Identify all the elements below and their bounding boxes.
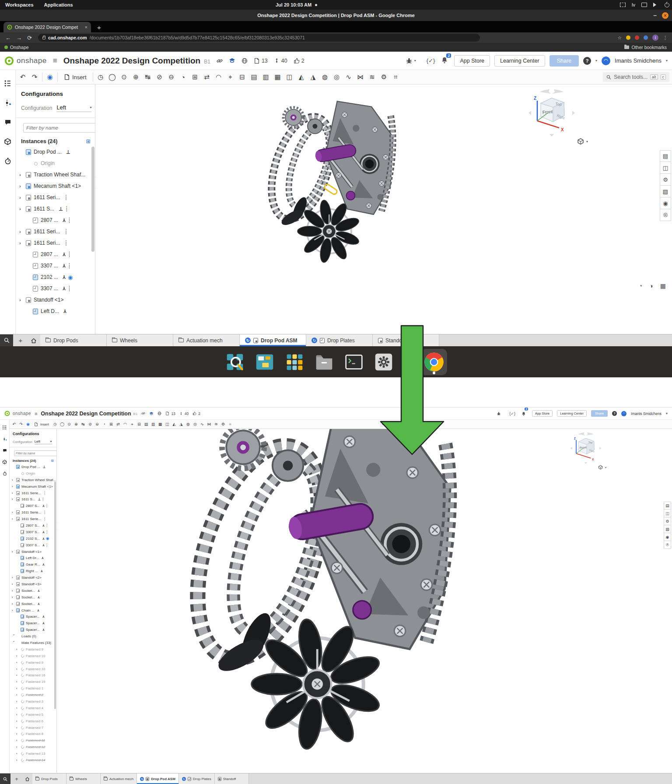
- element-tab[interactable]: ↻ Actuation mech: [101, 773, 137, 784]
- document-menu-icon[interactable]: ≡: [53, 56, 57, 65]
- tree-item[interactable]: › 1611 S... ⊥ Y ┊ ◉: [10, 496, 56, 503]
- toolbar-icon[interactable]: ⊟: [238, 73, 247, 81]
- public-icon[interactable]: [242, 58, 248, 64]
- viewport-tool-button[interactable]: ▧: [664, 525, 671, 533]
- tree-item[interactable]: › 2102 S... ⊥ Y ┊ ◉: [10, 535, 56, 542]
- power-icon[interactable]: [665, 3, 669, 7]
- likes-indicator[interactable]: 2: [192, 411, 200, 416]
- profile-avatar[interactable]: I: [652, 35, 658, 41]
- viewport-tool-button[interactable]: ▧: [660, 186, 671, 197]
- toolbar-icon[interactable]: ◯: [108, 73, 117, 81]
- expand-chevron-icon[interactable]: ›: [16, 687, 20, 690]
- element-tab[interactable]: ↻ Drop Plates: [306, 334, 373, 346]
- public-icon[interactable]: [158, 411, 161, 415]
- expand-chevron-icon[interactable]: ›: [12, 589, 16, 592]
- expand-chevron-icon[interactable]: ›: [12, 634, 15, 638]
- tree-item[interactable]: › Fastened 8 ⊥ Y ┊ ◉: [10, 731, 56, 738]
- tree-item[interactable]: › Standoff <1> ⊥ Y ┊ ◉: [16, 294, 95, 306]
- element-tab[interactable]: ↻ Drop Pod ASM: [137, 773, 179, 784]
- tree-item[interactable]: › Fastened 12 ⊥ Y ┊ ◉: [10, 744, 56, 750]
- minimize-button[interactable]: –: [653, 12, 657, 19]
- expand-chevron-icon[interactable]: ›: [16, 668, 20, 671]
- close-button[interactable]: ×: [662, 12, 668, 19]
- learning-icon[interactable]: [149, 411, 154, 416]
- view-setting-icon[interactable]: ◔: [639, 282, 642, 289]
- tree-item[interactable]: › 1611 Serie... ⊥ Y ┊ ◉: [10, 490, 56, 496]
- system-menu[interactable]: Workspaces: [0, 0, 39, 10]
- toolbar-icon[interactable]: ◭: [297, 73, 306, 81]
- viewport-tool-button[interactable]: ⚙: [664, 517, 671, 525]
- drop-pod-model[interactable]: [127, 429, 491, 756]
- tree-item[interactable]: › 1611 S... ⊥ Y ┊ ◉: [16, 203, 95, 214]
- view-setting-icon[interactable]: ◑: [649, 282, 653, 289]
- copies-indicator[interactable]: 13: [165, 411, 175, 416]
- element-tab[interactable]: ↻ Drop Pods: [32, 773, 66, 784]
- tree-scrollbar[interactable]: [54, 482, 56, 709]
- url-field[interactable]: cad.onshape.com/documents/1b703af18ebe36…: [38, 34, 480, 42]
- configurations-panel-icon[interactable]: [2, 460, 7, 464]
- report-bug-icon[interactable]: ▾: [406, 57, 416, 64]
- toolbar-icon[interactable]: ↹: [144, 73, 152, 81]
- versions-indicator[interactable]: 40: [179, 411, 189, 416]
- viewport-tool-button[interactable]: ◉: [660, 197, 671, 209]
- expand-chevron-icon[interactable]: ›: [19, 297, 25, 302]
- version-label[interactable]: B1: [204, 59, 210, 65]
- toolbar-icon[interactable]: ↹: [80, 422, 86, 426]
- toolbar-icon[interactable]: ⊞: [108, 422, 114, 426]
- extension-icon[interactable]: [644, 35, 648, 40]
- view-cube[interactable]: [570, 431, 602, 466]
- tree-item[interactable]: › Mecanum Shaft <1> ⊥ Y ┊ ◉: [16, 180, 95, 192]
- toolbar-icon[interactable]: ≋: [368, 73, 377, 81]
- toolbar-icon[interactable]: ◮: [309, 73, 318, 81]
- mate-connector-panel-icon[interactable]: [4, 99, 11, 106]
- copies-indicator[interactable]: 13: [254, 58, 268, 64]
- element-tab[interactable]: ↻ Wheels: [66, 773, 101, 784]
- comments-panel-icon[interactable]: [4, 119, 11, 126]
- viewport-tool-button[interactable]: ▤: [664, 502, 671, 510]
- version-label[interactable]: B1: [133, 412, 138, 416]
- help-caret-icon[interactable]: ▾: [595, 59, 597, 63]
- toolbar-icon[interactable]: ⌖: [130, 422, 135, 427]
- tree-item[interactable]: › 2807 ... ⊥ Y ┊ ◉: [16, 249, 95, 260]
- tree-item[interactable]: › 3307 S... ⊥ Y ┊ ◉: [10, 542, 56, 548]
- configuration-select[interactable]: Left▾: [56, 104, 91, 112]
- toolbar-icon[interactable]: ◠: [214, 73, 223, 81]
- tree-item[interactable]: › 1611 Serie... ⊥ Y ┊ ◉: [10, 516, 56, 522]
- tree-item[interactable]: › 1611 Seri... ⊥ Y ┊ ◉: [16, 226, 95, 237]
- browser-tab[interactable]: Onshape 2022 Design Compet ×: [4, 22, 91, 32]
- toolbar-icon[interactable]: ▥: [262, 73, 270, 81]
- view-cube[interactable]: [528, 87, 576, 139]
- notifications-bell-icon[interactable]: 2: [522, 410, 526, 418]
- expand-chevron-icon[interactable]: ›: [16, 720, 20, 723]
- filter-input[interactable]: [14, 450, 57, 456]
- toolbar-icon[interactable]: ⌖: [226, 73, 235, 81]
- expand-chevron-icon[interactable]: ›: [12, 602, 16, 605]
- toolbar-icon[interactable]: ⊞: [191, 73, 200, 81]
- tree-item[interactable]: › Fastened 9 ⊥ Y ┊ ◉: [10, 646, 56, 653]
- toolbar-icon[interactable]: ▦: [273, 73, 282, 81]
- toolbar-icon[interactable]: ⇄: [203, 73, 211, 81]
- extension-icon[interactable]: [626, 35, 630, 40]
- system-tray[interactable]: lv: [620, 2, 669, 7]
- tree-item[interactable]: › Origin ⊥ Y ┊ ◉: [10, 470, 56, 477]
- expand-chevron-icon[interactable]: ›: [12, 478, 16, 482]
- reload-icon[interactable]: ⟳: [27, 35, 32, 41]
- display-icon[interactable]: [641, 3, 647, 7]
- tree-item[interactable]: › Drop Pod ... ⊥ Y ┊ ◉: [10, 464, 56, 470]
- new-tab-button[interactable]: +: [97, 24, 101, 31]
- tree-item[interactable]: › 1611 Seri... ⊥ Y ┊ ◉: [16, 192, 95, 203]
- add-element-button[interactable]: +: [14, 334, 27, 346]
- element-tab[interactable]: ↻ Drop Pods: [40, 334, 107, 346]
- viewport-tool-button[interactable]: ®: [660, 209, 671, 221]
- toolbar-icon[interactable]: ▥: [150, 422, 156, 426]
- expand-chevron-icon[interactable]: ›: [12, 517, 16, 520]
- element-tab[interactable]: ↻ Actuation mech: [173, 334, 240, 346]
- view-cube-menu[interactable]: ▾: [598, 465, 606, 470]
- bookmark-star-icon[interactable]: ☆: [617, 35, 622, 41]
- expand-chevron-icon[interactable]: ›: [19, 183, 25, 189]
- insert-button[interactable]: Insert: [61, 73, 90, 82]
- toolbar-icon[interactable]: ⊙: [66, 422, 72, 426]
- element-tab[interactable]: ↻ Standoff: [215, 773, 249, 784]
- secure-lock-icon[interactable]: [42, 37, 46, 39]
- expand-chevron-icon[interactable]: ›: [19, 229, 25, 234]
